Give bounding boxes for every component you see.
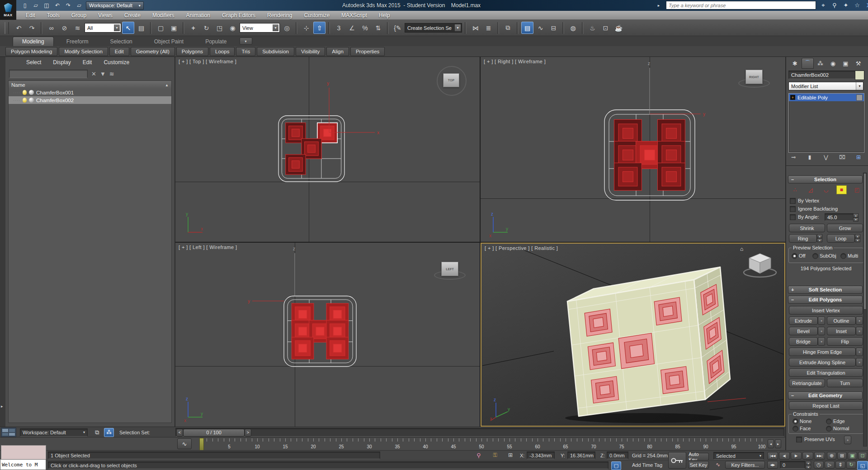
- set-key-filters-curve-icon[interactable]: ∿: [713, 461, 722, 468]
- menu-maxscript[interactable]: MAXScript: [335, 12, 373, 19]
- stack-item-editable-poly[interactable]: + Editable Poly: [789, 94, 864, 101]
- repeat-last-button[interactable]: Repeat Last: [789, 401, 863, 410]
- welcome-window-title[interactable]: Welcome to M: [0, 459, 46, 470]
- subobject-edge-icon[interactable]: ◿: [805, 185, 816, 194]
- viewcube-home-icon[interactable]: ⌂: [740, 246, 743, 252]
- constraint-normal-radio[interactable]: [826, 426, 832, 432]
- next-frame-slider-button[interactable]: >: [245, 429, 251, 437]
- current-frame-field[interactable]: 0: [780, 461, 805, 469]
- window-crossing-toggle-icon[interactable]: ▣: [168, 22, 180, 34]
- go-to-end-icon[interactable]: ▶▶|: [814, 452, 825, 460]
- viewcube-right[interactable]: RIGHT: [745, 70, 763, 84]
- explorer-filter-icon[interactable]: ▼: [100, 70, 106, 77]
- project-folder-icon[interactable]: ▱: [75, 1, 83, 9]
- search-input[interactable]: [666, 1, 816, 9]
- viewport-left[interactable]: [ + ] [ Left ] [ Wireframe ] z y LEFT z …: [175, 243, 480, 427]
- hinge-settings-icon[interactable]: ▫: [856, 348, 863, 356]
- menu-views[interactable]: Views: [92, 12, 118, 19]
- ring-spinner[interactable]: ▴▾: [817, 234, 822, 242]
- inset-settings-icon[interactable]: ▫: [856, 327, 863, 335]
- expand-search-icon[interactable]: ▸: [655, 3, 663, 8]
- configure-modifier-sets-icon[interactable]: ⊞: [854, 154, 863, 160]
- viewport-left-label[interactable]: [ + ] [ Left ] [ Wireframe ]: [179, 244, 237, 250]
- keyboard-shortcut-override-icon[interactable]: ⇧: [313, 22, 326, 34]
- time-slider-handle[interactable]: 0 / 100: [183, 429, 245, 437]
- constraint-face-radio[interactable]: [793, 426, 798, 432]
- absolute-mode-transform-icon[interactable]: ⊞: [506, 452, 514, 458]
- selection-region-icon[interactable]: ▷: [825, 461, 835, 469]
- loop-button[interactable]: Loop: [827, 234, 855, 243]
- make-unique-icon[interactable]: ⋁: [821, 154, 831, 160]
- preview-multi-radio[interactable]: [840, 253, 846, 259]
- retriangulate-button[interactable]: Retriangulate: [789, 379, 825, 387]
- clear-search-icon[interactable]: ✕: [91, 70, 96, 77]
- dock-expand-icon[interactable]: ▸: [1, 404, 3, 409]
- zoom-extents-all-icon[interactable]: ⊡: [858, 452, 867, 460]
- angle-field[interactable]: 45.0: [825, 213, 857, 221]
- subobject-element-icon[interactable]: ◰: [852, 185, 862, 194]
- ribbon-group-polygons[interactable]: Polygons: [176, 47, 208, 56]
- by-angle-checkbox[interactable]: [790, 214, 796, 220]
- open-mini-curve-editor-icon[interactable]: ∿: [177, 438, 192, 449]
- ribbon-group-geometry-all[interactable]: Geometry (All): [131, 47, 175, 56]
- render-production-icon[interactable]: ☕: [613, 22, 625, 34]
- extrude-spline-settings-icon[interactable]: ▫: [856, 358, 863, 367]
- ribbon-tab-object-paint[interactable]: Object Paint: [145, 37, 193, 46]
- track-bar-ruler[interactable]: 5101520253035404550556065707580859095100: [194, 437, 765, 451]
- dropdown-arrow-icon[interactable]: ▾: [856, 82, 863, 90]
- open-file-icon[interactable]: ▱: [32, 1, 40, 9]
- ribbon-group-properties[interactable]: Properties: [350, 47, 385, 56]
- insert-vertex-button[interactable]: Insert Vertex: [789, 306, 863, 315]
- tab-motion[interactable]: ◉: [827, 58, 839, 69]
- edit-triangulation-button[interactable]: Edit Triangulation: [789, 368, 863, 377]
- rollout-edit-geometry[interactable]: –Edit Geometry: [788, 391, 863, 400]
- tab-hierarchy[interactable]: ⁂: [814, 58, 826, 69]
- orbit-icon[interactable]: ↻: [846, 461, 856, 469]
- undo-icon[interactable]: ↶: [53, 1, 61, 9]
- play-animation-icon[interactable]: ▶: [791, 452, 802, 460]
- menu-graph-editors[interactable]: Graph Editors: [216, 12, 261, 19]
- selection-filter-dropdown[interactable]: All▾: [85, 23, 121, 33]
- preview-subobj-radio[interactable]: [812, 253, 818, 259]
- modifier-onoff-icon[interactable]: [856, 94, 863, 101]
- tab-utilities[interactable]: ⚒: [852, 58, 864, 69]
- ribbon-group-tris[interactable]: Tris: [236, 47, 255, 56]
- ribbon-minimize-icon[interactable]: ▾: [240, 38, 252, 45]
- bridge-button[interactable]: Bridge: [789, 337, 818, 346]
- ignore-backfacing-checkbox[interactable]: [790, 206, 796, 212]
- menu-animation[interactable]: Animation: [180, 12, 216, 19]
- previous-frame-icon[interactable]: ◀|: [779, 452, 790, 460]
- new-file-icon[interactable]: ▯: [21, 1, 29, 9]
- grow-button[interactable]: Grow: [827, 224, 863, 232]
- explorer-settings-icon[interactable]: ≋: [109, 70, 114, 77]
- sign-in-icon[interactable]: ⚲: [830, 2, 839, 9]
- tab-modify[interactable]: ⌒: [802, 58, 814, 69]
- object-name-label[interactable]: ChamferBox001: [36, 90, 74, 95]
- viewport-layout-tab-icon[interactable]: [1, 428, 16, 437]
- viewport-perspective-label[interactable]: [ + ] [ Perspective ] [ Realistic ]: [485, 245, 558, 251]
- save-file-icon[interactable]: ◫: [42, 1, 51, 9]
- frame-spinner[interactable]: ▴▾: [806, 461, 811, 469]
- pushpin-icon[interactable]: ⚲: [475, 452, 483, 459]
- viewport-top[interactable]: [ + ] [ Top ] [ Wireframe ] y x TOP y x: [175, 57, 480, 242]
- expand-subobject-icon[interactable]: +: [790, 95, 795, 100]
- bridge-settings-icon[interactable]: ▫: [818, 337, 825, 346]
- explorer-menu-display[interactable]: Display: [47, 59, 76, 66]
- x-coord-field[interactable]: -3.343mm: [527, 451, 555, 459]
- ribbon-tab-modeling[interactable]: Modeling: [13, 37, 54, 46]
- trackbar-prev-key-icon[interactable]: ◂: [768, 439, 774, 448]
- explorer-menu-edit[interactable]: Edit: [77, 59, 98, 66]
- tab-create[interactable]: ✱: [789, 58, 801, 69]
- align-icon[interactable]: ≣: [482, 22, 495, 34]
- rectangular-selection-region-icon[interactable]: ▢: [155, 22, 167, 34]
- auto-key-button[interactable]: Auto Key: [688, 453, 709, 461]
- rendered-frame-window-icon[interactable]: ⊡: [599, 22, 612, 34]
- viewcube-top[interactable]: TOP: [443, 73, 459, 87]
- animation-set-dropdown[interactable]: Selected▾: [713, 452, 764, 460]
- rollout-selection[interactable]: –Selection: [788, 175, 863, 183]
- toolbar-grip[interactable]: [5, 22, 9, 34]
- rollout-edit-polygons[interactable]: –Edit Polygons: [788, 296, 863, 304]
- maximize-viewport-toggle[interactable]: ◱: [857, 461, 868, 470]
- subobject-vertex-icon[interactable]: ∴: [790, 185, 800, 194]
- explorer-menu-select[interactable]: Select: [21, 59, 47, 66]
